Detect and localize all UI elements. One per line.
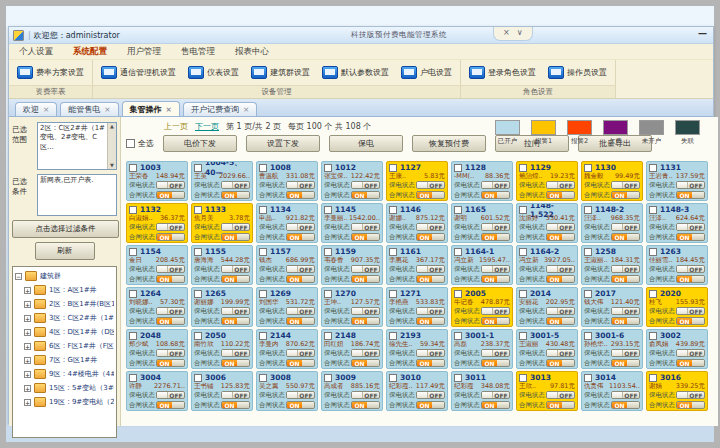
action-button[interactable]: 保电 xyxy=(329,135,403,152)
baodian-toggle[interactable]: OFF xyxy=(286,265,315,273)
baodian-toggle[interactable]: OFF xyxy=(351,181,380,189)
collapse-icon[interactable]: − xyxy=(15,273,22,280)
room-card[interactable]: 1145李曼丽..1542.00..保电状态OFF合闸状态ON xyxy=(321,203,383,243)
doc-tab[interactable]: 能管售电× xyxy=(60,102,118,116)
baodian-toggle[interactable]: OFF xyxy=(481,181,510,189)
hezha-toggle[interactable]: ON xyxy=(221,191,250,199)
room-card[interactable]: 1132白淑娟..36.37元保电状态OFF合闸状态ON xyxy=(126,203,188,243)
room-card[interactable]: 3001-1高磊238.37元保电状态OFF合闸状态ON xyxy=(451,329,513,369)
tree-item[interactable]: +7区：G区1#井 xyxy=(24,353,114,367)
checkbox-icon[interactable] xyxy=(259,206,267,214)
room-card[interactable]: 3002俞凤娟439.89元保电状态OFF合闸状态ON xyxy=(646,329,708,369)
checkbox-icon[interactable] xyxy=(454,374,462,382)
room-card[interactable]: 1164-2冯立新3927.05..保电状态OFF合闸状态ON xyxy=(516,245,578,285)
menu-tab[interactable]: 系统配置 xyxy=(73,46,107,58)
checkbox-icon[interactable] xyxy=(324,248,332,256)
hezha-toggle[interactable]: ON xyxy=(221,317,250,325)
room-card[interactable]: 1269刘国华531.72元保电状态OFF合闸状态ON xyxy=(256,287,318,327)
room-card[interactable]: 1148-2汪泽..968.35元保电状态OFF合闸状态ON xyxy=(581,203,643,243)
hezha-toggle[interactable]: ON xyxy=(676,191,705,199)
checkbox-icon[interactable] xyxy=(129,206,137,214)
room-card[interactable]: 1130魏金毅99.49元保电状态OFF合闸状态ON xyxy=(581,161,643,201)
ribbon-button[interactable]: 默认参数设置 xyxy=(322,66,389,79)
menu-tab[interactable]: 售电管理 xyxy=(181,46,215,58)
room-card[interactable]: 3001-6孙艳华..293.15元保电状态OFF合闸状态ON xyxy=(581,329,643,369)
tree-item[interactable]: +19区：9#变电站（2#... xyxy=(24,395,114,409)
hezha-toggle[interactable]: ON xyxy=(286,359,315,367)
hezha-toggle[interactable]: ON xyxy=(611,359,640,367)
baodian-toggle[interactable]: OFF xyxy=(676,391,705,399)
hezha-toggle[interactable]: ON xyxy=(286,401,315,409)
baodian-toggle[interactable]: OFF xyxy=(221,391,250,399)
hezha-toggle[interactable]: ON xyxy=(611,233,640,241)
hezha-toggle[interactable]: ON xyxy=(676,401,705,409)
room-card[interactable]: 3001-5王淑丽430.48元保电状态OFF合闸状态ON xyxy=(516,329,578,369)
baodian-toggle[interactable]: OFF xyxy=(156,349,185,357)
expand-icon[interactable]: + xyxy=(24,343,31,350)
checkbox-icon[interactable] xyxy=(129,332,137,340)
expand-icon[interactable]: + xyxy=(24,315,31,322)
checkbox-icon[interactable] xyxy=(519,290,527,298)
hezha-toggle[interactable]: ON xyxy=(351,275,380,283)
baodian-toggle[interactable]: OFF xyxy=(156,223,185,231)
checkbox-icon[interactable] xyxy=(194,290,202,298)
baodian-toggle[interactable]: OFF xyxy=(156,181,185,189)
room-card[interactable]: 3010纪彩霞..117.49元保电状态OFF合闸状态ON xyxy=(386,371,448,411)
room-card[interactable]: 1263佳丽雪..184.45元保电状态OFF合闸状态ON xyxy=(646,245,708,285)
hezha-toggle[interactable]: ON xyxy=(481,359,510,367)
checkbox-icon[interactable] xyxy=(324,164,332,172)
room-card[interactable]: 2148田红妞186.74元保电状态OFF合闸状态ON xyxy=(321,329,383,369)
hezha-toggle[interactable]: ON xyxy=(351,191,380,199)
hezha-toggle[interactable]: ON xyxy=(546,275,575,283)
baodian-toggle[interactable]: OFF xyxy=(481,265,510,273)
room-card[interactable]: 2144李曼内870.62元保电状态OFF合闸状态ON xyxy=(256,329,318,369)
checkbox-icon[interactable] xyxy=(519,248,527,256)
room-card[interactable]: 1270王坤..127.57元保电状态OFF合闸状态ON xyxy=(321,287,383,327)
checkbox-icon[interactable] xyxy=(649,206,657,214)
baodian-toggle[interactable]: OFF xyxy=(546,349,575,357)
checkbox-icon[interactable] xyxy=(129,248,137,256)
room-card[interactable]: 2020桂飞155.93元保电状态OFF合闸状态ON xyxy=(646,287,708,327)
checkbox-icon[interactable] xyxy=(649,332,657,340)
select-all[interactable]: 全选 xyxy=(126,138,154,149)
baodian-toggle[interactable]: OFF xyxy=(351,349,380,357)
room-card[interactable]: 1003王荣春148.94元保电状态OFF合闸状态ON xyxy=(126,161,188,201)
baodian-toggle[interactable]: OFF xyxy=(546,265,575,273)
hezha-toggle[interactable]: ON xyxy=(481,233,510,241)
room-card[interactable]: 1146谢娜..875.12元保电状态OFF合闸状态ON xyxy=(386,203,448,243)
close-icon[interactable]: × xyxy=(166,105,172,114)
checkbox-icon[interactable] xyxy=(389,206,397,214)
hezha-toggle[interactable]: ON xyxy=(676,359,705,367)
room-card[interactable]: 3004许静2276.71..保电状态OFF合闸状态ON xyxy=(126,371,188,411)
hezha-toggle[interactable]: ON xyxy=(156,359,185,367)
hezha-toggle[interactable]: ON xyxy=(286,317,315,325)
ribbon-button[interactable]: 登录角色设置 xyxy=(469,66,536,79)
range-scrollbar[interactable]: ▲▼ xyxy=(107,123,116,169)
room-card[interactable]: 2193徐先生..59.34元保电状态OFF合闸状态ON xyxy=(386,329,448,369)
baodian-toggle[interactable]: OFF xyxy=(351,307,380,315)
checkbox-icon[interactable] xyxy=(389,248,397,256)
checkbox-icon[interactable] xyxy=(584,290,592,298)
room-card[interactable]: 2005牛记春478.87元保电状态OFF合闸状态ON xyxy=(451,287,513,327)
baodian-toggle[interactable]: OFF xyxy=(416,307,445,315)
room-card[interactable]: 1012张宝保..122.42元保电状态OFF合闸状态ON xyxy=(321,161,383,201)
prev-page-link[interactable]: 上一页 xyxy=(164,121,188,132)
doc-tab[interactable]: 开户记费查询× xyxy=(183,102,257,116)
checkbox-icon[interactable] xyxy=(649,374,657,382)
checkbox-icon[interactable] xyxy=(259,374,267,382)
hezha-toggle[interactable]: ON xyxy=(676,233,705,241)
baodian-toggle[interactable]: OFF xyxy=(286,181,315,189)
condition-input[interactable]: 新网表,已开户表. xyxy=(37,174,117,216)
room-card[interactable]: 1264刘晓娜..57.30元保电状态OFF合闸状态ON xyxy=(126,287,188,327)
baodian-toggle[interactable]: OFF xyxy=(676,223,705,231)
baodian-toggle[interactable]: OFF xyxy=(221,349,250,357)
checkbox-icon[interactable] xyxy=(389,164,397,172)
hezha-toggle[interactable]: ON xyxy=(351,317,380,325)
doc-tab[interactable]: 欢迎× xyxy=(15,102,57,116)
baodian-toggle[interactable]: OFF xyxy=(611,223,640,231)
room-card[interactable]: 1133焦月美3.78元保电状态OFF合闸状态ON xyxy=(191,203,253,243)
hezha-toggle[interactable]: ON xyxy=(611,401,640,409)
checkbox-icon[interactable] xyxy=(519,164,527,172)
checkbox-icon[interactable] xyxy=(649,290,657,298)
checkbox-icon[interactable] xyxy=(519,206,527,214)
